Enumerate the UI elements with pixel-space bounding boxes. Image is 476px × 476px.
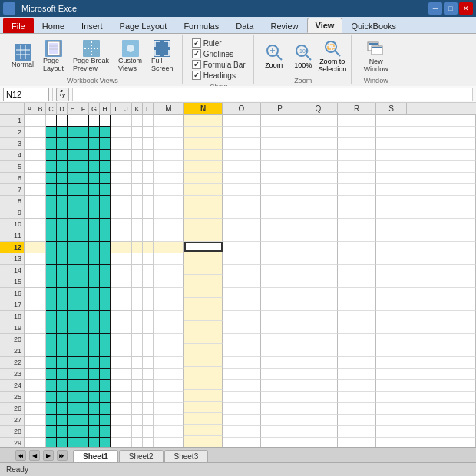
cell-H8[interactable] — [100, 196, 111, 207]
cell-G12[interactable] — [89, 242, 100, 253]
cell-C22[interactable] — [46, 357, 57, 369]
cell-I7[interactable] — [111, 184, 121, 196]
cell-R10[interactable] — [338, 219, 376, 230]
cell-P22[interactable] — [261, 357, 299, 369]
cell-K9[interactable] — [132, 207, 143, 219]
ruler-checkbox[interactable]: ✓ Ruler — [192, 38, 246, 48]
cell-I3[interactable] — [111, 138, 121, 150]
cell-S17[interactable] — [376, 299, 476, 311]
cell-S25[interactable] — [376, 392, 476, 403]
cell-I4[interactable] — [111, 150, 121, 161]
cell-Q2[interactable] — [299, 127, 338, 138]
cell-O6[interactable] — [223, 173, 261, 184]
cell-G21[interactable] — [89, 345, 100, 357]
cell-R25[interactable] — [338, 392, 376, 403]
cell-G24[interactable] — [89, 380, 100, 392]
cell-N27[interactable] — [184, 413, 223, 425]
cell-G9[interactable] — [89, 207, 100, 219]
cell-B8[interactable] — [35, 196, 46, 207]
cell-R18[interactable] — [338, 311, 376, 322]
cell-K17[interactable] — [132, 299, 143, 311]
cell-D22[interactable] — [57, 357, 68, 369]
cell-E12[interactable] — [68, 242, 78, 253]
cell-I24[interactable] — [111, 380, 121, 392]
cell-B6[interactable] — [35, 173, 46, 184]
cell-K13[interactable] — [132, 253, 143, 265]
cell-R5[interactable] — [338, 161, 376, 173]
cell-H17[interactable] — [100, 299, 111, 311]
cell-O14[interactable] — [223, 265, 261, 276]
col-header-Q[interactable]: Q — [299, 103, 338, 114]
cell-J14[interactable] — [121, 265, 132, 276]
cell-A14[interactable] — [25, 265, 35, 276]
cell-C28[interactable] — [46, 426, 57, 438]
cell-P20[interactable] — [261, 334, 299, 345]
cell-A17[interactable] — [25, 299, 35, 311]
cell-G2[interactable] — [89, 127, 100, 138]
cell-E19[interactable] — [68, 322, 78, 334]
cell-A26[interactable] — [25, 403, 35, 415]
minimize-btn[interactable]: ─ — [428, 2, 442, 15]
cell-I29[interactable] — [111, 438, 121, 447]
cell-Q13[interactable] — [299, 253, 338, 265]
cell-A16[interactable] — [25, 288, 35, 299]
cell-J12[interactable] — [121, 242, 132, 253]
cell-O1[interactable] — [223, 115, 261, 127]
cell-E24[interactable] — [68, 380, 78, 392]
cell-P16[interactable] — [261, 288, 299, 299]
col-header-F[interactable]: F — [78, 103, 89, 114]
cell-R17[interactable] — [338, 299, 376, 311]
cell-K26[interactable] — [132, 403, 143, 415]
cell-E25[interactable] — [68, 392, 78, 403]
cell-J20[interactable] — [121, 334, 132, 345]
cell-J2[interactable] — [121, 127, 132, 138]
cell-K29[interactable] — [132, 438, 143, 447]
cell-L13[interactable] — [143, 253, 154, 265]
cell-C2[interactable] — [46, 127, 57, 138]
cell-O12[interactable] — [223, 242, 261, 253]
cell-H1[interactable] — [100, 115, 111, 127]
cell-H15[interactable] — [100, 276, 111, 288]
cell-G14[interactable] — [89, 265, 100, 276]
cell-J6[interactable] — [121, 173, 132, 184]
cell-A29[interactable] — [25, 438, 35, 447]
cell-L28[interactable] — [143, 426, 154, 438]
cell-G3[interactable] — [89, 138, 100, 150]
cell-B1[interactable] — [35, 115, 46, 127]
cell-M25[interactable] — [154, 392, 184, 403]
close-btn[interactable]: ✕ — [459, 2, 473, 15]
cell-O18[interactable] — [223, 311, 261, 322]
cell-C16[interactable] — [46, 288, 57, 299]
cell-R13[interactable] — [338, 253, 376, 265]
cell-E9[interactable] — [68, 207, 78, 219]
cell-K25[interactable] — [132, 392, 143, 403]
cell-C20[interactable] — [46, 334, 57, 345]
cell-Q11[interactable] — [299, 230, 338, 242]
cell-F3[interactable] — [78, 138, 89, 150]
cell-J13[interactable] — [121, 253, 132, 265]
cell-S10[interactable] — [376, 219, 476, 230]
cell-G1[interactable] — [89, 115, 100, 127]
cell-E28[interactable] — [68, 426, 78, 438]
cell-D1[interactable] — [57, 115, 68, 127]
cell-J19[interactable] — [121, 322, 132, 334]
cell-S24[interactable] — [376, 380, 476, 392]
cell-P18[interactable] — [261, 311, 299, 322]
cell-B5[interactable] — [35, 161, 46, 173]
cell-R1[interactable] — [338, 115, 376, 127]
cell-D4[interactable] — [57, 150, 68, 161]
cell-P25[interactable] — [261, 392, 299, 403]
cell-M7[interactable] — [154, 184, 184, 196]
cell-B9[interactable] — [35, 207, 46, 219]
cell-N23[interactable] — [184, 367, 223, 378]
cell-C8[interactable] — [46, 196, 57, 207]
cell-P8[interactable] — [261, 196, 299, 207]
cell-I23[interactable] — [111, 369, 121, 380]
cell-R12[interactable] — [338, 242, 376, 253]
cell-O7[interactable] — [223, 184, 261, 196]
cell-S3[interactable] — [376, 138, 476, 150]
cell-B27[interactable] — [35, 415, 46, 426]
cell-K12[interactable] — [132, 242, 143, 253]
cell-D15[interactable] — [57, 276, 68, 288]
cell-N19[interactable] — [184, 321, 223, 332]
